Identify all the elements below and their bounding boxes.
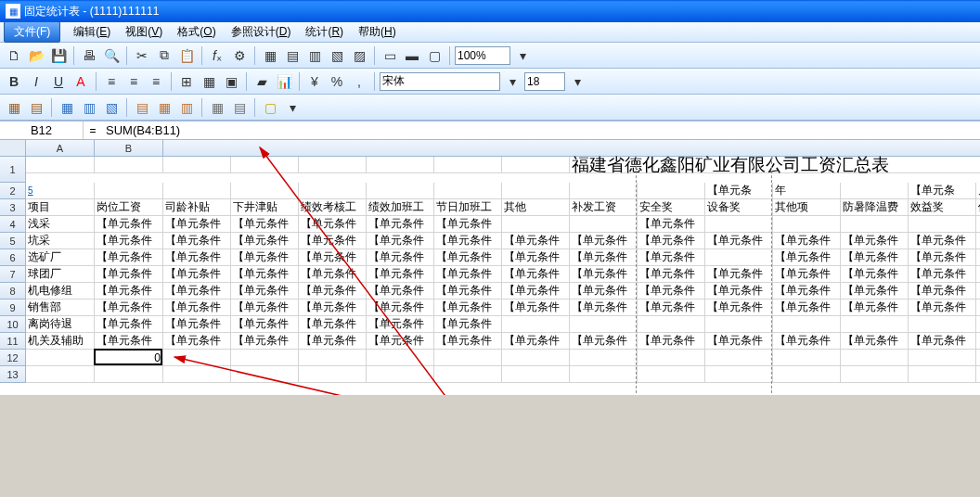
cell[interactable] [638, 350, 705, 366]
cell[interactable] [95, 366, 163, 383]
cell[interactable]: 【单元条件 [434, 299, 502, 316]
cell[interactable]: 项目 [26, 199, 95, 216]
cell[interactable]: 销售部 [26, 299, 95, 316]
ex7-icon[interactable]: ▦ [154, 97, 174, 118]
align-left-icon[interactable]: ≡ [101, 71, 122, 92]
name-box[interactable]: B12 [0, 121, 84, 139]
cell[interactable]: 【单元条件 [976, 283, 980, 299]
cell[interactable]: 机关及辅助 [26, 333, 95, 350]
cell[interactable]: 补发工资 [570, 199, 638, 216]
cell[interactable] [367, 183, 434, 199]
menu-file[interactable]: 文件(F) [4, 21, 60, 43]
cell[interactable] [434, 350, 502, 366]
ex11-icon[interactable]: ▢ [260, 97, 280, 118]
cell[interactable] [841, 366, 909, 383]
cell[interactable] [434, 157, 502, 173]
cell[interactable]: 【单元条件 [367, 249, 434, 266]
ex4-icon[interactable]: ▥ [79, 97, 99, 118]
cell[interactable]: 福建省德化鑫阳矿业有限公司工资汇总表 [570, 157, 980, 173]
fontcolor-icon[interactable]: A [71, 71, 91, 92]
cell[interactable]: 【单元条件 [231, 316, 299, 333]
cell[interactable]: 【单元条件 [299, 333, 367, 350]
zoom-dropdown-icon[interactable]: ▾ [512, 45, 533, 66]
cell[interactable]: 【单元条件 [773, 233, 841, 249]
cell[interactable]: 机电修组 [26, 283, 95, 299]
cell[interactable] [773, 366, 841, 383]
cell[interactable]: 设备奖 [705, 199, 773, 216]
cell[interactable] [299, 157, 367, 173]
cell[interactable] [367, 157, 434, 173]
grid5-icon[interactable]: ▨ [349, 45, 369, 66]
cell[interactable]: 【单元条件 [367, 283, 434, 299]
row-header[interactable]: 5 [0, 233, 26, 249]
cell[interactable] [705, 316, 773, 333]
cell[interactable]: 【单元条件 [367, 333, 434, 350]
cell[interactable]: 【单元条件 [367, 299, 434, 316]
cell[interactable]: 【单元条件 [163, 283, 231, 299]
cell[interactable]: 【单元条件 [434, 233, 502, 249]
cell[interactable] [909, 216, 976, 233]
bold-icon[interactable]: B [4, 71, 24, 92]
cell[interactable] [231, 157, 299, 173]
cell[interactable]: 【单元条 [705, 183, 773, 199]
cell[interactable]: 【单元条件 [163, 216, 231, 233]
rect-icon[interactable]: ▭ [380, 45, 400, 66]
cell[interactable] [434, 366, 502, 383]
menu-h[interactable]: 帮助(H) [351, 23, 404, 40]
align-center-icon[interactable]: ≡ [123, 71, 144, 92]
cell[interactable]: 其他项 [773, 199, 841, 216]
cell[interactable]: 【单元条件 [909, 299, 976, 316]
ex8-icon[interactable]: ▥ [176, 97, 197, 118]
cell[interactable] [367, 350, 434, 366]
cell[interactable] [26, 157, 95, 173]
cell[interactable] [231, 366, 299, 383]
cell[interactable]: 【单元条件 [570, 283, 638, 299]
cell[interactable]: 【单元条件 [163, 266, 231, 283]
cell[interactable] [705, 216, 773, 233]
cell[interactable]: 【单元条件 [231, 266, 299, 283]
cell[interactable]: 【单元条件 [841, 333, 909, 350]
select-all-corner[interactable] [0, 140, 26, 157]
cell[interactable]: 【单元条件 [773, 333, 841, 350]
cell[interactable] [638, 366, 705, 383]
cell[interactable] [299, 366, 367, 383]
row-header[interactable]: 1 [0, 157, 26, 183]
cell[interactable]: 【单元条件 [502, 249, 570, 266]
cell[interactable]: 【单元条件 [570, 299, 638, 316]
cell[interactable]: 【单元条件 [434, 266, 502, 283]
ex1-icon[interactable]: ▦ [4, 97, 24, 118]
cell[interactable]: 【单元条件 [705, 266, 773, 283]
cell[interactable]: 【单元条件 [570, 333, 638, 350]
cell[interactable] [502, 216, 570, 233]
ex2-icon[interactable]: ▤ [26, 97, 46, 118]
cell[interactable]: 【单元条件 [95, 283, 163, 299]
cell[interactable]: 绩效加班工 [367, 199, 434, 216]
font-dropdown-icon[interactable]: ▾ [502, 71, 522, 92]
currency-icon[interactable]: ¥ [304, 71, 325, 92]
cell[interactable] [773, 216, 841, 233]
cell[interactable]: 【单元条件 [773, 266, 841, 283]
menu-d[interactable]: 参照设计(D) [224, 23, 299, 40]
cell[interactable] [95, 183, 163, 199]
cell[interactable]: 【单元条件 [299, 266, 367, 283]
cell[interactable] [570, 216, 638, 233]
percent-icon[interactable]: % [327, 71, 347, 92]
cell[interactable]: 【单元条件 [231, 249, 299, 266]
copy-icon[interactable]: ⧉ [154, 45, 174, 66]
align-right-icon[interactable]: ≡ [146, 71, 166, 92]
cell[interactable]: 【单元条件 [909, 233, 976, 249]
menu-e[interactable]: 编辑(E) [66, 23, 118, 40]
cell[interactable]: 【单元条件 [367, 216, 434, 233]
cell[interactable]: 【单元条件 [638, 216, 705, 233]
row-header[interactable]: 6 [0, 249, 26, 266]
cell[interactable] [26, 350, 95, 366]
cell[interactable] [705, 249, 773, 266]
print-icon[interactable]: 🖶 [79, 45, 99, 66]
cell[interactable] [841, 316, 909, 333]
cell[interactable]: 【单元条件 [909, 283, 976, 299]
cell[interactable] [502, 350, 570, 366]
cell[interactable]: 【单元条件 [95, 216, 163, 233]
border2-icon[interactable]: ▣ [221, 71, 241, 92]
cell[interactable]: 【单元条件 [231, 283, 299, 299]
cell[interactable] [976, 366, 980, 383]
